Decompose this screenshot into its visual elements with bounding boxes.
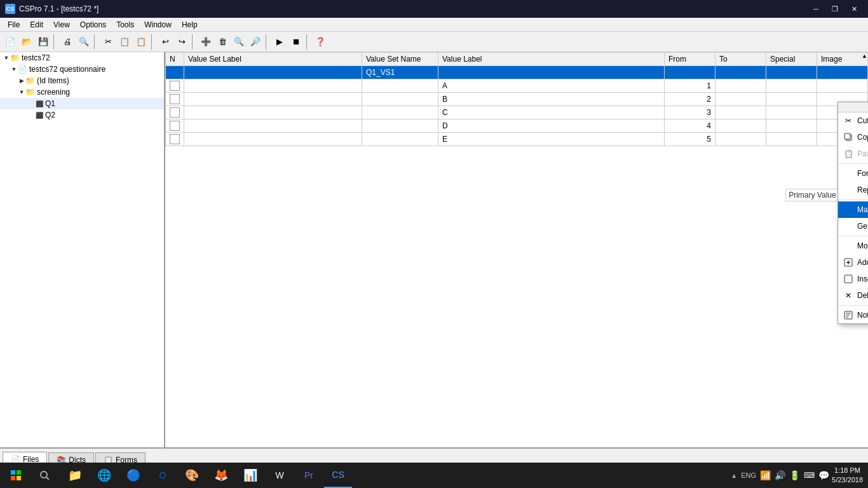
svg-rect-1	[844, 133, 850, 139]
menu-edit[interactable]: Edit	[25, 19, 48, 30]
menu-file[interactable]: File	[3, 19, 25, 30]
close-button[interactable]: ✕	[845, 3, 863, 15]
tray-battery-icon[interactable]: 🔋	[789, 470, 800, 480]
tree-questionnaire[interactable]: ▼ 📄 testcs72 questionnaire	[0, 64, 164, 75]
taskbar-explorer[interactable]: 📁	[61, 463, 89, 488]
table-row[interactable]: Q1_VS1	[166, 66, 868, 79]
tray-volume-icon[interactable]: 🔊	[775, 470, 785, 480]
minimize-button[interactable]: ─	[807, 3, 825, 15]
ctx-format-label: Format Value Pair Labels	[857, 169, 868, 178]
print-preview-button[interactable]: 🔍	[76, 34, 92, 50]
save-button[interactable]: 💾	[36, 34, 51, 50]
undo-button[interactable]: ↩	[158, 34, 173, 50]
taskbar-paint[interactable]: 🎨	[178, 463, 206, 488]
cell-special	[766, 93, 817, 106]
taskbar-chrome[interactable]: 🔵	[119, 463, 147, 488]
window-title: CSPro 7.1 - [testcs72 *]	[19, 4, 98, 13]
q1-icon: ⬛	[36, 100, 43, 107]
toolbar-sep5	[266, 34, 269, 50]
app-icon: CS	[5, 4, 15, 14]
ctx-copy[interactable]: Copy Ctrl+C	[838, 129, 868, 146]
ctx-copy-label: Copy	[857, 133, 868, 142]
taskbar-outlook[interactable]: O	[149, 463, 177, 488]
svg-line-15	[46, 477, 49, 480]
tree-root[interactable]: ▼ 📁 testcs72	[0, 52, 164, 64]
taskbar-firefox[interactable]: 🦊	[207, 463, 235, 488]
table-row[interactable]: B 2	[166, 93, 868, 106]
ctx-format-value-pair[interactable]: Format Value Pair Labels ▶	[838, 165, 868, 182]
start-button[interactable]	[0, 463, 32, 488]
table-row[interactable]: A 1	[166, 79, 868, 93]
tree-q1[interactable]: ⬛ Q1	[0, 98, 164, 109]
toolbar-sep1	[53, 34, 57, 50]
copy-button[interactable]: 📋	[117, 34, 132, 50]
open-button[interactable]: 📂	[19, 34, 34, 50]
make-primary-icon	[843, 205, 853, 215]
cut-button[interactable]: ✂	[100, 34, 116, 50]
run-button[interactable]: ▶	[272, 34, 287, 50]
ctx-insert-label: Insert Value Set	[857, 274, 868, 283]
ctx-generate-value-set[interactable]: Generate Value Set Ctrl+G	[838, 218, 868, 234]
tree-q2[interactable]: ⬛ Q2	[0, 109, 164, 121]
cell-special	[766, 119, 817, 133]
add-button[interactable]: ➕	[198, 34, 214, 50]
taskbar-search[interactable]	[32, 463, 57, 488]
ctx-add-value-set[interactable]: Add Value Set Ctrl+A	[838, 254, 868, 271]
table-row[interactable]: E 5	[166, 133, 868, 146]
ctx-sep2	[838, 200, 868, 200]
ctx-delete-label: Delete Value Set	[857, 291, 868, 300]
find-button[interactable]: 🔍	[231, 34, 247, 50]
menu-window[interactable]: Window	[139, 19, 177, 30]
svg-rect-13	[17, 476, 21, 480]
sys-tray: ▲ ENG 📶 🔊 🔋 ⌨ 💬 1:18 PM 5/23/2018	[726, 466, 868, 485]
scroll-up-arrow[interactable]: ▲	[862, 53, 867, 59]
help-button[interactable]: ❓	[313, 34, 328, 50]
ctx-delete-value-set[interactable]: ✕ Delete Value Set Del	[838, 287, 868, 304]
tray-lang-icon[interactable]: ENG	[741, 471, 756, 479]
restore-button[interactable]: ❐	[826, 3, 844, 15]
svg-rect-11	[17, 470, 21, 475]
taskbar-cspro[interactable]: CS	[324, 463, 352, 488]
tray-up-icon[interactable]: ▲	[731, 472, 737, 479]
table-row[interactable]: C 3	[166, 106, 868, 119]
context-menu: ▲ ✂ Cut Ctrl+X Copy Ctrl+C	[837, 102, 868, 324]
taskbar-excel[interactable]: 📊	[236, 463, 264, 488]
cell-n	[166, 106, 184, 119]
taskbar-premiere[interactable]: Pr	[295, 463, 323, 488]
ctx-modify-value-set[interactable]: Modify Value Set Ctrl+M	[838, 238, 868, 254]
menu-options[interactable]: Options	[75, 19, 111, 30]
stop-button[interactable]: ⏹	[288, 34, 304, 50]
cell-vlabel: C	[438, 106, 665, 119]
findinfiles-button[interactable]: 🔎	[248, 34, 263, 50]
ctx-notes[interactable]: Notes... Ctrl+D	[838, 307, 868, 323]
menu-tools[interactable]: Tools	[111, 19, 139, 30]
paste-button[interactable]: 📋	[133, 34, 149, 50]
print-button[interactable]: 🖨	[60, 34, 75, 50]
toolbar-sep4	[192, 34, 196, 50]
tree-panel: ▼ 📁 testcs72 ▼ 📄 testcs72 questionnaire …	[0, 52, 165, 447]
delete-button[interactable]: 🗑	[215, 34, 230, 50]
tree-q1-label: Q1	[45, 99, 55, 108]
tray-keyboard-icon[interactable]: ⌨	[804, 471, 815, 480]
delete-vs-icon: ✕	[843, 290, 853, 301]
col-header-image: Image ▲	[817, 53, 868, 66]
ctx-cut[interactable]: ✂ Cut Ctrl+X	[838, 112, 868, 129]
svg-point-14	[41, 471, 47, 478]
redo-button[interactable]: ↪	[174, 34, 189, 50]
ctx-make-primary-label: Make Primary Value Set	[857, 205, 868, 214]
ctx-insert-value-set[interactable]: Insert Value Set Ins	[838, 271, 868, 287]
menu-view[interactable]: View	[48, 19, 75, 30]
menu-help[interactable]: Help	[177, 19, 203, 30]
tray-notification-icon[interactable]: 💬	[818, 470, 829, 480]
ctx-make-primary[interactable]: Make Primary Value Set	[838, 201, 868, 218]
new-button[interactable]: 📄	[3, 34, 18, 50]
format-icon	[843, 168, 853, 179]
ctx-replace-value-labels[interactable]: Replace Value Labels (Paste from Clipboa…	[838, 182, 868, 198]
tree-iditems[interactable]: ▶ 📁 (Id Items)	[0, 75, 164, 86]
taskbar-edge[interactable]: 🌐	[90, 463, 118, 488]
ctx-scroll-up[interactable]: ▲	[838, 102, 868, 112]
tray-network-icon[interactable]: 📶	[760, 470, 771, 480]
tree-screening[interactable]: ▼ 📁 screening	[0, 86, 164, 98]
taskbar-word[interactable]: W	[266, 463, 294, 488]
table-row[interactable]: D 4	[166, 119, 868, 133]
